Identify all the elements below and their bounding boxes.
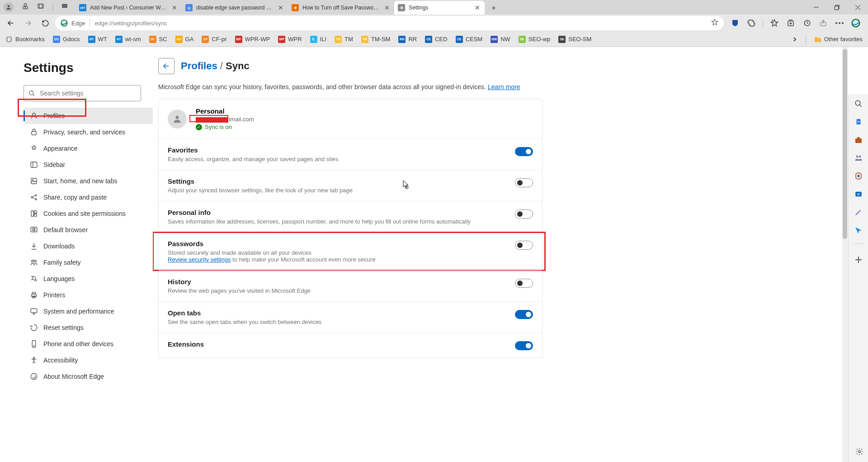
settings-nav-item-phone[interactable]: Phone and other devices: [24, 336, 153, 352]
sidebar-search-icon[interactable]: [854, 99, 863, 109]
bookmark-item[interactable]: SESEO-SM: [558, 36, 591, 43]
download-icon: [30, 242, 38, 250]
scrollbar-thumb[interactable]: [843, 49, 847, 239]
bookmark-item[interactable]: Bookmarks: [5, 36, 45, 43]
review-security-link[interactable]: Review security settings: [168, 256, 231, 263]
bookmark-item[interactable]: RRRR: [398, 36, 417, 43]
settings-nav-item-lock[interactable]: Privacy, search, and services: [24, 124, 153, 140]
bookmark-favicon-icon: CF: [202, 36, 209, 43]
profile-avatar-icon: [168, 110, 187, 129]
settings-nav-item-profile[interactable]: Profiles: [24, 108, 153, 124]
breadcrumb-back-button[interactable]: [158, 58, 175, 74]
window-minimize-button[interactable]: [806, 0, 826, 14]
address-bar[interactable]: Edge edge://settings/profiles/sync: [55, 16, 724, 30]
sync-row-desc: Saves information like addresses, licens…: [168, 218, 515, 225]
browser-tab[interactable]: HT Add New Post ‹ Consumer Wind… ✕: [75, 1, 182, 14]
new-tab-button[interactable]: +: [487, 2, 500, 14]
learn-more-link[interactable]: Learn more: [488, 83, 520, 90]
settings-nav-item-system[interactable]: System and performance: [24, 303, 153, 319]
settings-nav-item-printer[interactable]: Printers: [24, 287, 153, 303]
toggle-open-tabs[interactable]: [515, 310, 533, 319]
sidebar-people-icon[interactable]: [854, 153, 863, 163]
sidebar-edit-icon[interactable]: [854, 207, 863, 217]
site-identity[interactable]: Edge: [61, 19, 85, 27]
search-settings-input-wrap[interactable]: [24, 85, 141, 101]
browser-tab[interactable]: ★ How to Turn off Save Password P… ✕: [288, 1, 394, 14]
settings-nav-item-default[interactable]: Default browser: [24, 222, 153, 238]
bookmark-item[interactable]: TMTM-SM: [361, 36, 391, 43]
workspaces-icon[interactable]: [22, 3, 29, 12]
extensions-icon[interactable]: [746, 18, 756, 28]
browser-tab[interactable]: ⚙ Settings ✕: [394, 1, 485, 14]
sidebar-add-icon[interactable]: [854, 255, 863, 265]
copilot-icon[interactable]: [851, 18, 861, 28]
toggle-settings[interactable]: [515, 178, 533, 187]
bookmark-item[interactable]: CFCF-pr: [202, 36, 226, 43]
bookmark-item[interactable]: TMTM: [335, 36, 353, 43]
toggle-extensions[interactable]: [515, 341, 533, 350]
svg-point-51: [859, 451, 861, 453]
about-icon: [30, 372, 38, 381]
settings-nav-item-accessibility[interactable]: Accessibility: [24, 352, 153, 368]
tab-close-icon[interactable]: ✕: [171, 4, 178, 11]
more-menu-icon[interactable]: [835, 18, 844, 28]
sidebar-drop-icon[interactable]: [854, 225, 863, 235]
nav-reload-button[interactable]: [38, 16, 52, 30]
toggle-favorites[interactable]: [515, 147, 533, 156]
bookmark-item[interactable]: CECESM: [456, 36, 483, 43]
breadcrumb-parent[interactable]: Profiles: [181, 60, 217, 71]
sidebar-m365-icon[interactable]: [854, 171, 863, 181]
bookmark-item[interactable]: SESEO-wp: [519, 36, 550, 43]
settings-nav-item-cookies[interactable]: Cookies and site permissions: [24, 205, 153, 222]
nav-back-button[interactable]: [4, 16, 18, 30]
favorites-icon[interactable]: [769, 18, 779, 28]
tab-close-icon[interactable]: ✕: [474, 4, 481, 11]
window-close-button[interactable]: [847, 0, 868, 14]
toggle-history[interactable]: [515, 279, 533, 288]
history-icon[interactable]: [802, 18, 812, 28]
tab-close-icon[interactable]: ✕: [277, 4, 284, 11]
settings-nav-item-home[interactable]: Start, home, and new tabs: [24, 173, 153, 189]
favorite-star-icon[interactable]: [711, 19, 718, 28]
browser-tab[interactable]: Q disable edge save password pro… ✕: [182, 1, 288, 14]
bookmark-item[interactable]: HTwt-sm: [115, 36, 141, 43]
bookmark-item[interactable]: SCSC: [149, 36, 167, 43]
toggle-personal-info[interactable]: [515, 210, 533, 219]
settings-nav-item-download[interactable]: Downloads: [24, 238, 153, 254]
sidebar-outlook-icon[interactable]: O: [854, 189, 863, 199]
bookmark-item[interactable]: CECED: [425, 36, 447, 43]
share-icon[interactable]: [818, 18, 828, 28]
search-settings-input[interactable]: [40, 90, 136, 97]
window-maximize-button[interactable]: [826, 0, 847, 14]
bookmark-label: Gdocs: [63, 36, 80, 43]
settings-nav-item-languages[interactable]: Languages: [24, 271, 153, 287]
settings-nav-item-sidebar[interactable]: Sidebar: [24, 157, 153, 173]
bookmark-item[interactable]: WPWPR: [278, 36, 302, 43]
tab-actions-icon[interactable]: [37, 3, 44, 12]
bookmark-item[interactable]: DOGdocs: [53, 36, 80, 43]
sidebar-settings-icon[interactable]: [855, 448, 863, 457]
nav-item-label: Start, home, and new tabs: [43, 177, 117, 185]
sidebar-shopping-icon[interactable]: [854, 117, 863, 127]
bookmark-item[interactable]: WPWPR-WP: [235, 36, 270, 43]
collections-icon[interactable]: [786, 18, 796, 28]
settings-nav-item-reset[interactable]: Reset settings: [24, 319, 153, 336]
sidebar-tools-icon[interactable]: [854, 135, 863, 145]
bookmark-item[interactable]: NWNW: [491, 36, 510, 43]
bing-chat-icon[interactable]: [61, 3, 68, 12]
profile-avatar-icon[interactable]: [4, 2, 14, 12]
toggle-passwords[interactable]: [515, 241, 533, 250]
tab-close-icon[interactable]: ✕: [383, 4, 391, 11]
bookmark-item[interactable]: GAGA: [175, 36, 194, 43]
settings-nav-item-about[interactable]: About Microsoft Edge: [24, 368, 153, 385]
scrollbar-track[interactable]: [842, 47, 848, 462]
bookmark-item[interactable]: ILILI: [310, 36, 326, 43]
bookmarks-overflow-icon[interactable]: [792, 37, 797, 42]
other-favorites-folder[interactable]: Other favorites: [814, 36, 863, 43]
bookmark-item[interactable]: HTWT: [88, 36, 107, 43]
settings-nav-item-share[interactable]: Share, copy and paste: [24, 189, 153, 205]
bitwarden-extension-icon[interactable]: [730, 18, 740, 28]
bookmark-label: WPR-WP: [245, 36, 270, 43]
settings-nav-item-appearance[interactable]: Appearance: [24, 140, 153, 157]
settings-nav-item-family[interactable]: Family safety: [24, 254, 153, 271]
